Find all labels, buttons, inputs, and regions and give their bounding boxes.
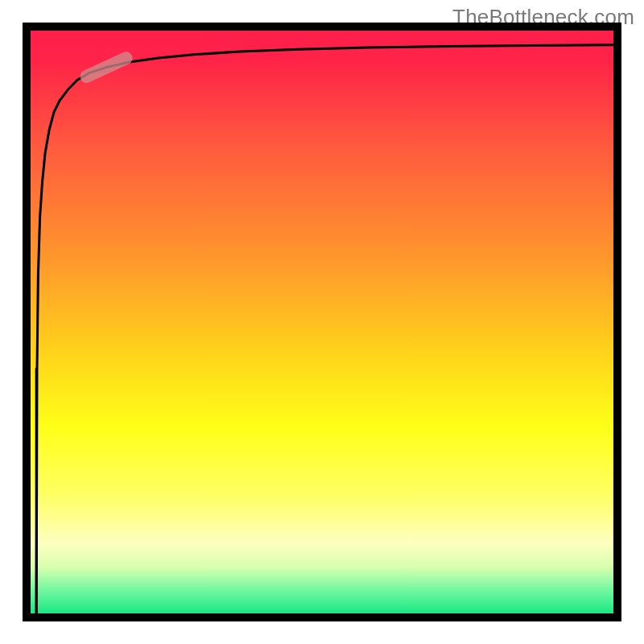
plot-frame-right (613, 23, 621, 621)
chart-stage: TheBottleneck.com (0, 0, 644, 644)
curve-marker (78, 50, 134, 85)
plot-frame-top (31, 23, 613, 31)
plot-frame-bottom (31, 613, 613, 621)
plot-frame-left (23, 23, 31, 621)
plot-area (31, 31, 613, 613)
curve-layer (31, 31, 613, 613)
curve-line (36, 45, 613, 613)
